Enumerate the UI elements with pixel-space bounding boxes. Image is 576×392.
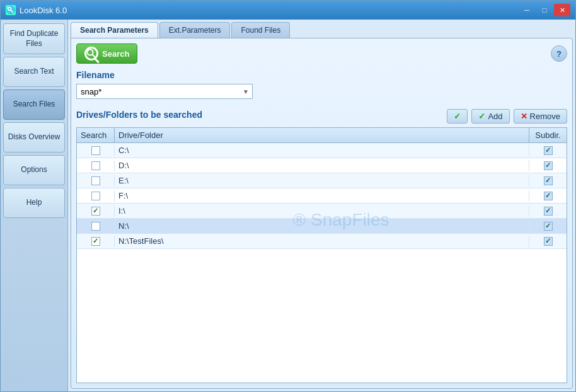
window-title: LookDisk 6.0 xyxy=(20,6,67,15)
sidebar-item-search-files[interactable]: Search Files xyxy=(3,89,65,120)
sidebar-item-disks-overview[interactable]: Disks Overview xyxy=(3,122,65,153)
sidebar-item-options[interactable]: Options xyxy=(3,155,65,185)
drive-cell: D:\ xyxy=(115,159,529,171)
content-area: Find Duplicate Files Search Text Search … xyxy=(1,20,575,391)
subdir-cell[interactable] xyxy=(529,160,567,171)
table-row: N:\TestFiles\ xyxy=(77,234,567,249)
search-checkbox[interactable] xyxy=(91,161,100,170)
titlebar-left: LookDisk 6.0 xyxy=(6,5,67,15)
filename-select[interactable]: snap* *.* *.txt *.jpg xyxy=(76,84,253,99)
col-header-subdir: Subdir. xyxy=(529,128,567,142)
remove-label: Remove xyxy=(530,112,560,121)
drives-table: Search Drive/Folder Subdir. C:\ xyxy=(76,127,567,383)
drives-section-label: Drives/Folders to be searched xyxy=(76,110,202,120)
table-row: D:\ xyxy=(77,158,567,173)
filename-select-wrapper: snap* *.* *.txt *.jpg xyxy=(76,84,253,99)
search-cell[interactable] xyxy=(77,190,115,202)
search-label: Search xyxy=(102,49,129,59)
tabs-bar: Search Parameters Ext.Parameters Found F… xyxy=(71,22,573,38)
search-checkbox[interactable] xyxy=(91,207,100,216)
drive-cell: I:\ xyxy=(115,205,529,217)
add-button[interactable]: ✓ Add xyxy=(471,109,509,124)
subdir-checkbox[interactable] xyxy=(544,161,553,170)
add-label: Add xyxy=(488,112,502,121)
subdir-checkbox[interactable] xyxy=(544,176,553,185)
check-add-icon: ✓ xyxy=(478,112,485,121)
search-cell[interactable] xyxy=(77,205,115,217)
subdir-checkbox[interactable] xyxy=(544,146,553,155)
subdir-checkbox[interactable] xyxy=(544,222,553,231)
subdir-cell[interactable] xyxy=(529,236,567,247)
col-header-search: Search xyxy=(77,128,115,142)
search-cell[interactable] xyxy=(77,236,115,247)
subdir-cell[interactable] xyxy=(529,221,567,232)
subdir-cell[interactable] xyxy=(529,175,567,187)
main-panel: Search Parameters Ext.Parameters Found F… xyxy=(68,20,575,391)
table-row: F:\ xyxy=(77,188,567,204)
titlebar-controls: ─ □ ✕ xyxy=(519,4,570,16)
col-header-drive: Drive/Folder xyxy=(115,128,529,142)
filename-section-label: Filename xyxy=(76,70,567,80)
sidebar-item-help[interactable]: Help xyxy=(3,188,65,218)
subdir-checkbox[interactable] xyxy=(544,192,553,200)
titlebar: LookDisk 6.0 ─ □ ✕ xyxy=(1,1,575,20)
tab-search-parameters[interactable]: Search Parameters xyxy=(71,22,158,38)
check-icon: ✓ xyxy=(454,112,461,121)
tab-content: Search ? Filename snap* *.* *.txt *.jpg xyxy=(71,38,573,389)
search-cell[interactable] xyxy=(77,221,115,232)
maximize-button[interactable]: □ xyxy=(536,4,553,16)
search-cell[interactable] xyxy=(77,160,115,171)
remove-button[interactable]: ✕ Remove xyxy=(514,109,567,124)
subdir-checkbox[interactable] xyxy=(544,207,553,216)
search-cell[interactable] xyxy=(77,145,115,156)
table-row: E:\ xyxy=(77,173,567,188)
subdir-cell[interactable] xyxy=(529,145,567,156)
table-header: Search Drive/Folder Subdir. xyxy=(77,128,567,143)
toolbar: Search ? xyxy=(76,43,567,64)
tab-ext-parameters[interactable]: Ext.Parameters xyxy=(159,22,231,38)
table-row: N:\ xyxy=(77,219,567,234)
drive-cell: N:\TestFiles\ xyxy=(115,235,529,247)
drives-actions: ✓ ✓ Add ✕ Remove xyxy=(447,109,567,124)
check-all-button[interactable]: ✓ xyxy=(447,109,468,124)
drive-cell: E:\ xyxy=(115,175,529,187)
subdir-cell[interactable] xyxy=(529,190,567,202)
sidebar: Find Duplicate Files Search Text Search … xyxy=(1,20,68,391)
search-checkbox[interactable] xyxy=(91,146,100,155)
drive-cell: F:\ xyxy=(115,190,529,202)
table-row: I:\ xyxy=(77,204,567,219)
search-icon xyxy=(84,47,98,61)
search-checkbox[interactable] xyxy=(91,176,100,185)
x-remove-icon: ✕ xyxy=(521,112,527,121)
app-icon xyxy=(6,5,16,15)
tab-found-files[interactable]: Found Files xyxy=(231,22,290,38)
search-cell[interactable] xyxy=(77,175,115,187)
sidebar-item-search-text[interactable]: Search Text xyxy=(3,57,65,87)
search-checkbox[interactable] xyxy=(91,222,100,231)
table-row: C:\ xyxy=(77,143,567,158)
help-button[interactable]: ? xyxy=(551,45,567,62)
close-button[interactable]: ✕ xyxy=(554,4,570,16)
drive-cell: C:\ xyxy=(115,144,529,156)
drives-header: Drives/Folders to be searched ✓ ✓ Add ✕ … xyxy=(76,109,567,124)
app-window: LookDisk 6.0 ─ □ ✕ Find Duplicate Files … xyxy=(0,0,576,392)
subdir-checkbox[interactable] xyxy=(544,237,553,246)
filename-row: snap* *.* *.txt *.jpg xyxy=(76,84,567,99)
sidebar-item-find-duplicate[interactable]: Find Duplicate Files xyxy=(3,23,65,54)
search-checkbox[interactable] xyxy=(91,192,100,200)
drive-cell: N:\ xyxy=(115,220,529,232)
search-button[interactable]: Search xyxy=(76,43,137,64)
minimize-button[interactable]: ─ xyxy=(519,4,535,16)
svg-line-4 xyxy=(93,55,96,58)
search-checkbox[interactable] xyxy=(91,237,100,246)
subdir-cell[interactable] xyxy=(529,205,567,217)
